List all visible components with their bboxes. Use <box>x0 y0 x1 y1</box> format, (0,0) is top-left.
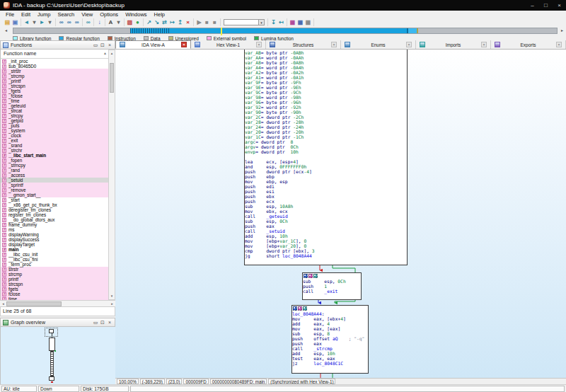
step-over-icon[interactable]: ↤ <box>277 18 285 26</box>
code-line[interactable]: and esp, 0FFFFFFF0h <box>245 164 407 169</box>
function-row[interactable]: f_strcat <box>1 108 108 113</box>
code-line[interactable]: push offset aQ ; "-q" <box>292 336 368 341</box>
function-row[interactable]: f_strncpy <box>1 163 108 168</box>
scroll-down-icon[interactable]: ▾ <box>109 293 115 299</box>
code-line[interactable]: push esi <box>245 189 407 194</box>
code-line[interactable]: var_2C= dword ptr -2Ch <box>245 115 407 120</box>
code-line[interactable]: call _exit <box>303 289 361 294</box>
function-row[interactable]: ffclose <box>1 292 108 296</box>
function-row[interactable]: f_strcpy <box>1 113 108 118</box>
function-row[interactable]: f_time <box>1 98 108 103</box>
menu-item-file[interactable]: File <box>2 11 18 18</box>
maximize-button[interactable]: □ <box>539 0 553 11</box>
function-row[interactable]: fstrstr <box>1 267 108 272</box>
stop-process-icon[interactable]: ■ <box>211 18 219 26</box>
graph-node-main-entry[interactable]: var_AB= byte ptr -0ABhvar_AA= word ptr -… <box>244 50 408 265</box>
function-row[interactable]: f__do_global_dtors_aux <box>1 217 108 222</box>
function-row[interactable]: fregister_tm_clones <box>1 212 108 217</box>
function-row[interactable]: f_init_proc <box>1 59 108 64</box>
function-row[interactable]: f_rand <box>1 168 108 173</box>
start-process-icon[interactable]: ▶ <box>195 18 203 26</box>
vertical-scroll-thumb[interactable] <box>110 63 114 93</box>
function-row[interactable]: fstrcmp <box>1 272 108 277</box>
tab-enums[interactable]: Enums× <box>341 40 416 49</box>
function-row[interactable]: f_strcspn <box>1 83 108 88</box>
node-button-icon[interactable] <box>304 274 308 278</box>
scroll-left-icon[interactable]: ◂ <box>0 301 6 306</box>
forward-menu-icon[interactable]: ▾ <box>46 18 54 26</box>
function-row[interactable]: f_fclose <box>1 93 108 98</box>
lumina-icon[interactable]: ● <box>134 18 142 26</box>
function-row[interactable]: f_clock <box>1 133 108 138</box>
overview-panel-close-icon[interactable]: × <box>106 318 113 327</box>
function-row[interactable]: fstrcspn <box>1 282 108 287</box>
menu-item-windows[interactable]: Windows <box>122 11 150 18</box>
code-line[interactable]: loc_8048A44: <box>292 311 368 316</box>
graph-node-loc-8048A44[interactable]: loc_8048A44:mov eax, [ebx+4]add eax, 4mo… <box>291 305 369 374</box>
code-line[interactable]: var_24= dword ptr -24h <box>245 125 407 129</box>
function-row[interactable]: fmain <box>1 247 108 252</box>
navband-right-arrow-icon[interactable]: ▸ <box>559 28 565 34</box>
functions-panel-float-icon[interactable]: ⊡ <box>99 41 106 50</box>
watches-icon[interactable]: ▦ <box>296 18 304 26</box>
tab-close-icon[interactable]: × <box>181 42 187 47</box>
code-line[interactable]: mov ebx, ecx <box>245 209 407 214</box>
function-row[interactable]: f__x86_get_pc_thunk_bx <box>1 202 108 207</box>
code-line[interactable]: add eax, 4 <box>292 321 368 326</box>
function-row[interactable]: f_printf <box>1 79 108 83</box>
function-row[interactable]: f_sprintf <box>1 183 108 188</box>
overview-panel-float-icon[interactable]: ⊡ <box>99 318 106 327</box>
jump-address-icon[interactable]: ↓ <box>96 18 103 26</box>
code-line[interactable]: lea ecx, [esp+4] <box>245 159 407 164</box>
navigation-band[interactable] <box>13 28 558 34</box>
tab-hex-view-1[interactable]: Hex View-1× <box>191 40 266 49</box>
tracing-icon[interactable]: ▦ <box>304 18 312 26</box>
code-line[interactable]: jz loc_8048C1C <box>292 361 368 366</box>
code-line[interactable]: mov ebp, esp <box>245 179 407 184</box>
code-line[interactable]: var_92= word ptr -92h <box>245 105 407 110</box>
save-icon[interactable]: ▣ <box>11 18 19 26</box>
tab-close-icon[interactable]: × <box>406 42 412 47</box>
function-row[interactable]: fsub_80465D0 <box>1 64 108 69</box>
code-line[interactable]: add esp, 10h <box>292 351 368 356</box>
terminate-icon[interactable]: × <box>184 18 192 26</box>
code-line[interactable] <box>245 154 407 159</box>
code-line[interactable]: var_1C= dword ptr -1Ch <box>245 134 407 139</box>
node-button-icon[interactable] <box>293 306 297 311</box>
code-line[interactable]: var_28= dword ptr -28h <box>245 120 407 125</box>
code-line[interactable]: push dword ptr [ecx-4] <box>245 169 407 174</box>
close-button[interactable]: × <box>553 0 566 11</box>
function-row[interactable]: f__libc_csu_fini <box>1 257 108 262</box>
open-file-icon[interactable]: ▤ <box>4 18 11 26</box>
step-into-icon[interactable]: ↧ <box>270 18 277 26</box>
code-line[interactable]: call _strcmp <box>292 346 368 351</box>
code-line[interactable]: test eax, eax <box>292 356 368 361</box>
graph-overview-canvas[interactable] <box>0 327 115 384</box>
code-line[interactable]: mov [ebp+var_20], 0 <box>245 243 407 248</box>
node-button-icon[interactable] <box>298 306 302 311</box>
node-button-icon[interactable] <box>303 306 307 311</box>
search-3-icon[interactable]: ∞ <box>73 18 81 26</box>
minimize-button[interactable]: – <box>526 0 539 11</box>
code-line[interactable]: argc= dword ptr 8 <box>245 139 407 144</box>
function-row[interactable]: f_exit <box>1 138 108 143</box>
code-line[interactable]: var_AB= byte ptr -0ABh <box>245 50 407 55</box>
menu-item-view[interactable]: View <box>78 11 96 18</box>
function-row[interactable]: f_setuid <box>1 178 108 183</box>
code-line[interactable]: envp= dword ptr 10h <box>245 149 407 154</box>
function-row[interactable]: f_term_proc <box>1 262 108 267</box>
forward-icon[interactable]: ► <box>38 18 46 26</box>
menu-item-search[interactable]: Search <box>54 11 78 18</box>
code-line[interactable]: call _setuid <box>245 229 407 234</box>
function-row[interactable]: f_puts <box>1 123 108 128</box>
menu-item-jump[interactable]: Jump <box>34 11 54 18</box>
function-row[interactable]: f_strchr <box>1 148 108 153</box>
menu-item-edit[interactable]: Edit <box>18 11 34 18</box>
code-line[interactable]: push ebx <box>245 194 407 199</box>
code-line[interactable]: sub esp, 8 <box>292 331 368 336</box>
function-row[interactable]: f__libc_start_main <box>1 153 108 158</box>
function-row[interactable]: fderegister_tm_clones <box>1 207 108 212</box>
navband-left-arrow-icon[interactable]: ◂ <box>3 28 9 34</box>
graph-overview-header[interactable]: Graph overview ▭⊡× <box>0 318 115 327</box>
function-row[interactable]: fdisplayWarning <box>1 232 108 237</box>
